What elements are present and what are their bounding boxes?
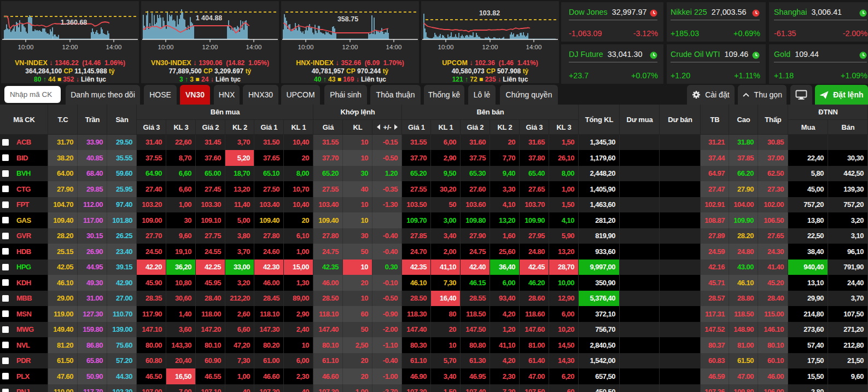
svg-text:1 404.88: 1 404.88 (196, 14, 223, 22)
svg-text:10:00: 10:00 (298, 44, 314, 50)
svg-text:103.82: 103.82 (479, 9, 500, 17)
svg-text:12:00: 12:00 (202, 44, 218, 50)
svg-text:12:00: 12:00 (62, 44, 78, 50)
svg-text:358.75: 358.75 (337, 15, 358, 23)
svg-text:14:00: 14:00 (246, 44, 262, 50)
svg-text:14:00: 14:00 (386, 44, 402, 50)
svg-text:12:00: 12:00 (482, 44, 498, 50)
svg-text:10:00: 10:00 (18, 44, 34, 50)
svg-text:1.360.68: 1.360.68 (61, 19, 88, 26)
svg-text:14:00: 14:00 (526, 44, 542, 50)
svg-text:14:00: 14:00 (106, 44, 122, 50)
svg-text:12:00: 12:00 (342, 44, 358, 50)
svg-text:10:00: 10:00 (158, 44, 174, 50)
svg-text:10:00: 10:00 (438, 44, 454, 50)
